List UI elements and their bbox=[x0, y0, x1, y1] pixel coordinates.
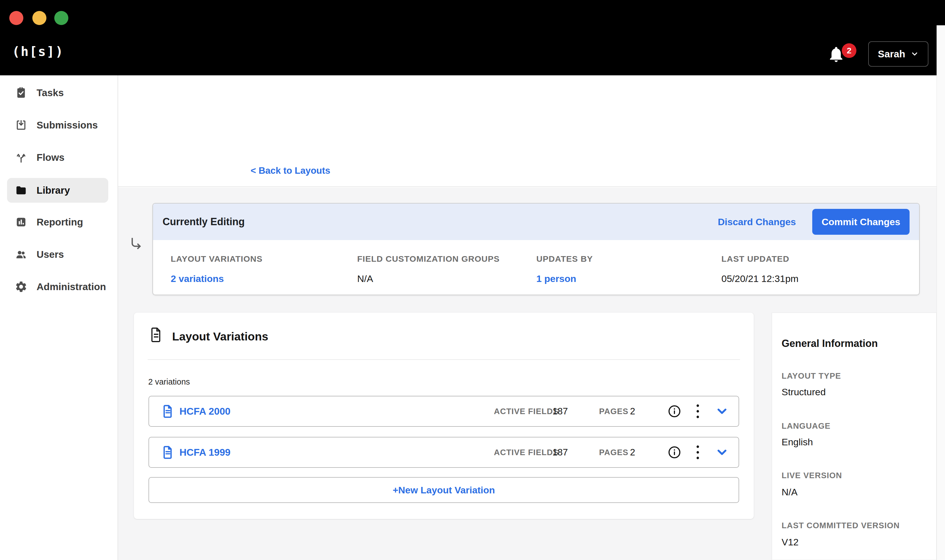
back-to-layouts-link[interactable]: < Back to Layouts bbox=[251, 165, 330, 176]
panel-title: General Information bbox=[782, 338, 878, 349]
field-customization-groups-value: N/A bbox=[357, 273, 373, 284]
info-label: LAST COMMITTED VERSION bbox=[782, 521, 900, 530]
updates-by-link[interactable]: 1 person bbox=[536, 273, 576, 284]
sidebar-item-administration[interactable]: Administration bbox=[0, 274, 117, 299]
users-icon bbox=[15, 248, 28, 261]
expand-row-button[interactable] bbox=[715, 405, 728, 418]
pages-label: PAGES bbox=[599, 448, 628, 457]
window-zoom-button[interactable] bbox=[54, 11, 68, 25]
row-kebab-menu[interactable] bbox=[695, 403, 701, 419]
variation-row: HCFA 2000 ACTIVE FIELDS 187 PAGES 2 bbox=[148, 396, 739, 427]
user-name: Sarah bbox=[878, 48, 905, 60]
sidebar-item-label: Submissions bbox=[37, 120, 98, 131]
discard-changes-link[interactable]: Discard Changes bbox=[718, 217, 796, 228]
commit-changes-button[interactable]: Commit Changes bbox=[812, 209, 910, 235]
page-header: < Back to Layouts HCFA Layout Variations… bbox=[118, 75, 945, 187]
currently-editing-banner: Currently Editing Discard Changes Commit… bbox=[153, 203, 920, 295]
divider bbox=[148, 359, 740, 360]
window-close-button[interactable] bbox=[9, 11, 23, 25]
chevron-down-icon bbox=[715, 405, 728, 418]
layout-type-value: Structured bbox=[782, 386, 826, 397]
info-button[interactable] bbox=[668, 445, 681, 459]
document-icon bbox=[149, 326, 163, 343]
pages-value: 2 bbox=[630, 406, 635, 417]
app-screen: (h[s]) 2 Sarah Tasks bbox=[0, 0, 945, 560]
sidebar-item-submissions[interactable]: Submissions bbox=[0, 113, 117, 137]
sidebar-item-label: Library bbox=[37, 185, 70, 196]
user-menu-button[interactable]: Sarah bbox=[868, 42, 928, 67]
sidebar-item-flows[interactable]: Flows bbox=[0, 145, 117, 170]
active-fields-label: ACTIVE FIELDS bbox=[494, 407, 559, 416]
top-bar: (h[s]) 2 Sarah bbox=[0, 0, 945, 75]
branch-return-arrow-icon bbox=[127, 235, 145, 252]
info-icon bbox=[668, 445, 681, 459]
info-label: LANGUAGE bbox=[782, 422, 831, 431]
scrollbar-track[interactable] bbox=[937, 25, 945, 560]
sidebar-item-tasks[interactable]: Tasks bbox=[0, 80, 117, 105]
kebab-menu-icon bbox=[695, 403, 701, 419]
stat-label: LAYOUT VARIATIONS bbox=[171, 254, 262, 264]
app-logo: (h[s]) bbox=[12, 44, 64, 59]
chevron-down-icon bbox=[715, 446, 728, 459]
stat-label: FIELD CUSTOMIZATION GROUPS bbox=[357, 254, 500, 264]
notifications-button[interactable]: 2 bbox=[827, 43, 861, 68]
pages-label: PAGES bbox=[599, 407, 628, 416]
card-title: Layout Variations bbox=[172, 330, 268, 343]
sidebar-item-users[interactable]: Users bbox=[0, 242, 117, 267]
banner-header: Currently Editing Discard Changes Commit… bbox=[153, 203, 919, 240]
pages-value: 2 bbox=[630, 447, 635, 458]
kebab-menu-icon bbox=[695, 445, 701, 460]
info-label: LAYOUT TYPE bbox=[782, 371, 841, 381]
info-icon bbox=[668, 404, 681, 418]
chevron-down-icon bbox=[910, 50, 919, 58]
layout-variations-card: Layout Variations 2 variations HCFA 2000… bbox=[134, 312, 754, 519]
bar-chart-icon bbox=[15, 215, 28, 229]
sidebar-item-label: Administration bbox=[37, 281, 106, 292]
active-fields-value: 187 bbox=[552, 406, 568, 417]
sidebar-item-label: Flows bbox=[37, 152, 65, 163]
clipboard-check-icon bbox=[15, 86, 28, 99]
document-icon bbox=[162, 445, 174, 460]
last-committed-version-value: V12 bbox=[782, 537, 799, 548]
general-information-panel: General Information LAYOUT TYPE Structur… bbox=[772, 312, 937, 560]
expand-row-button[interactable] bbox=[715, 446, 728, 459]
sidebar-item-label: Reporting bbox=[37, 217, 83, 228]
last-updated-value: 05/20/21 12:31pm bbox=[721, 273, 799, 284]
variation-row: HCFA 1999 ACTIVE FIELDS 187 PAGES 2 bbox=[148, 437, 739, 468]
active-fields-label: ACTIVE FIELDS bbox=[494, 448, 559, 457]
active-fields-value: 187 bbox=[552, 447, 568, 458]
window-minimize-button[interactable] bbox=[32, 11, 46, 25]
sidebar-item-label: Users bbox=[37, 249, 64, 260]
document-icon bbox=[162, 404, 174, 418]
sidebar-item-label: Tasks bbox=[37, 87, 64, 98]
notification-badge: 2 bbox=[842, 43, 856, 58]
banner-title: Currently Editing bbox=[163, 216, 245, 228]
gear-icon bbox=[15, 280, 28, 293]
row-kebab-menu[interactable] bbox=[695, 445, 701, 460]
new-layout-variation-button[interactable]: +New Layout Variation bbox=[148, 477, 739, 503]
variations-count-text: 2 variations bbox=[148, 377, 190, 386]
sidebar-item-reporting[interactable]: Reporting bbox=[0, 210, 117, 234]
live-version-value: N/A bbox=[782, 487, 798, 498]
inbox-tray-icon bbox=[15, 118, 28, 132]
info-button[interactable] bbox=[668, 404, 681, 418]
layout-variations-count-link[interactable]: 2 variations bbox=[171, 273, 224, 284]
variation-name-link[interactable]: HCFA 2000 bbox=[179, 406, 231, 417]
sidebar-nav: Tasks Submissions Flows Li bbox=[0, 75, 118, 560]
stat-label: LAST UPDATED bbox=[721, 254, 789, 264]
folder-icon bbox=[15, 184, 28, 197]
sidebar-item-library[interactable]: Library bbox=[7, 178, 108, 203]
branch-arrows-icon bbox=[15, 151, 28, 164]
info-label: LIVE VERSION bbox=[782, 471, 842, 480]
language-value: English bbox=[782, 437, 813, 448]
stat-label: UPDATES BY bbox=[536, 254, 593, 264]
variation-name-link[interactable]: HCFA 1999 bbox=[179, 447, 231, 458]
